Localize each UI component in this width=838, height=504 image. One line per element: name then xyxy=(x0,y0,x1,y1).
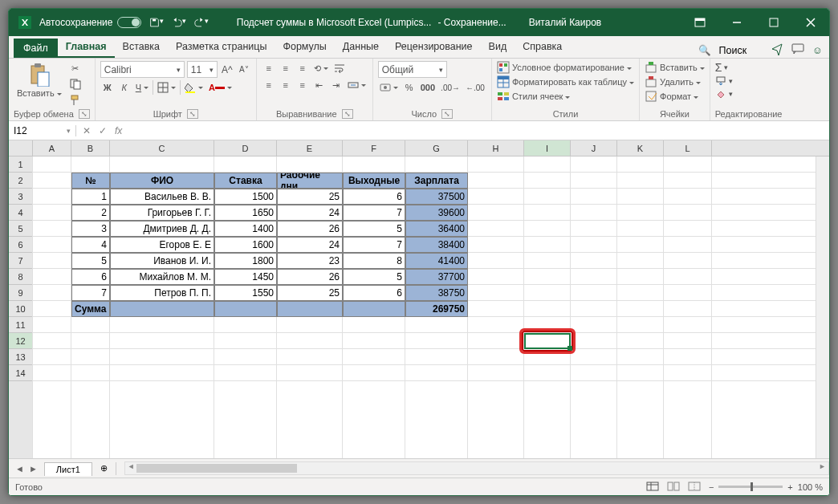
cell[interactable]: Егоров Е. Е xyxy=(110,237,214,253)
number-format-select[interactable]: Общий▾ xyxy=(378,61,447,78)
comments-icon[interactable] xyxy=(791,43,804,58)
cell[interactable]: 1400 xyxy=(214,221,277,237)
search-icon[interactable]: 🔍 xyxy=(698,44,711,56)
align-right-icon[interactable]: ≡ xyxy=(295,78,310,92)
tab-7[interactable]: Справка xyxy=(515,37,570,58)
font-size-select[interactable]: 11▾ xyxy=(187,61,218,78)
cell[interactable]: ФИО xyxy=(110,173,214,189)
cell[interactable]: Рабочие дни xyxy=(277,173,343,189)
cell[interactable]: 38750 xyxy=(405,285,468,301)
underline-icon[interactable]: Ч xyxy=(134,80,150,95)
bold-icon[interactable]: Ж xyxy=(100,80,115,95)
cell[interactable]: Выходные xyxy=(343,173,405,189)
row-header[interactable]: 5 xyxy=(9,221,33,237)
row-header[interactable]: 8 xyxy=(9,269,33,285)
undo-icon[interactable]: ▾ xyxy=(172,17,186,28)
cell[interactable]: Сумма xyxy=(71,301,110,317)
ribbon-display-icon[interactable] xyxy=(681,9,718,36)
increase-decimal-icon[interactable]: .00→ xyxy=(439,80,462,95)
align-middle-icon[interactable]: ≡ xyxy=(279,61,293,75)
font-color-icon[interactable]: А xyxy=(207,80,234,95)
tab-5[interactable]: Рецензирование xyxy=(387,37,481,58)
row-header[interactable]: 14 xyxy=(9,365,33,381)
tab-2[interactable]: Разметка страницы xyxy=(168,37,275,58)
row-header[interactable]: 4 xyxy=(9,205,33,221)
merge-icon[interactable] xyxy=(346,78,368,92)
delete-cells-button[interactable]: Удалить xyxy=(645,75,705,88)
cell[interactable] xyxy=(277,301,343,317)
cell[interactable]: 36400 xyxy=(405,221,468,237)
row-header[interactable]: 13 xyxy=(9,349,33,365)
maximize-icon[interactable] xyxy=(755,9,792,36)
cell[interactable]: 269750 xyxy=(405,301,468,317)
align-center-icon[interactable]: ≡ xyxy=(279,78,293,92)
row-header[interactable]: 2 xyxy=(9,173,33,189)
tab-file[interactable]: Файл xyxy=(14,39,58,58)
tab-6[interactable]: Вид xyxy=(481,37,515,58)
row-header[interactable]: 1 xyxy=(9,156,33,173)
autosum-button[interactable]: Σ ▾ xyxy=(715,61,733,74)
format-painter-icon[interactable] xyxy=(68,93,83,108)
zoom-in-icon[interactable]: + xyxy=(787,482,792,492)
cell[interactable]: Иванов И. И. xyxy=(110,253,214,269)
col-header[interactable]: G xyxy=(405,140,468,156)
tab-0[interactable]: Главная xyxy=(58,37,115,58)
select-all-corner[interactable] xyxy=(9,140,33,156)
view-normal-icon[interactable] xyxy=(646,482,659,493)
col-header[interactable]: D xyxy=(214,140,277,156)
cell[interactable]: 38400 xyxy=(405,237,468,253)
cell[interactable]: 37700 xyxy=(405,269,468,285)
cell[interactable] xyxy=(214,301,277,317)
name-box[interactable]: I12▾ xyxy=(9,125,76,136)
cell[interactable]: 37500 xyxy=(405,189,468,205)
zoom-slider[interactable] xyxy=(718,486,783,488)
cell[interactable]: 41400 xyxy=(405,253,468,269)
col-header[interactable]: A xyxy=(33,140,71,156)
col-header[interactable]: F xyxy=(343,140,405,156)
close-icon[interactable] xyxy=(792,9,829,36)
cell[interactable]: 6 xyxy=(71,269,110,285)
cell[interactable]: Григорьев Г. Г. xyxy=(110,205,214,221)
cell[interactable]: 6 xyxy=(343,189,405,205)
row-header[interactable]: 9 xyxy=(9,285,33,301)
enter-formula-icon[interactable]: ✓ xyxy=(99,125,107,136)
cell[interactable]: 1 xyxy=(71,189,110,205)
redo-icon[interactable]: ▾ xyxy=(194,17,209,28)
conditional-formatting-button[interactable]: Условное форматирование xyxy=(497,61,634,74)
col-header[interactable]: B xyxy=(71,140,110,156)
col-header[interactable]: C xyxy=(110,140,214,156)
cell[interactable]: 39600 xyxy=(405,205,468,221)
wrap-text-icon[interactable] xyxy=(332,61,347,75)
row-header[interactable]: 11 xyxy=(9,317,33,333)
cell[interactable]: 7 xyxy=(343,205,405,221)
cell[interactable]: 1650 xyxy=(214,205,277,221)
cell[interactable]: № xyxy=(71,173,110,189)
cell[interactable]: 26 xyxy=(277,221,343,237)
cell[interactable]: 23 xyxy=(277,253,343,269)
cell[interactable]: 8 xyxy=(343,253,405,269)
row-header[interactable]: 7 xyxy=(9,253,33,269)
vertical-scrollbar[interactable] xyxy=(816,156,829,458)
cell[interactable]: 1500 xyxy=(214,189,277,205)
shrink-font-icon[interactable]: A˅ xyxy=(237,63,251,77)
cell[interactable]: 5 xyxy=(343,221,405,237)
cell[interactable] xyxy=(343,301,405,317)
insert-cells-button[interactable]: Вставить xyxy=(645,61,705,74)
currency-icon[interactable] xyxy=(378,80,400,95)
format-as-table-button[interactable]: Форматировать как таблицу xyxy=(497,75,634,88)
col-header[interactable]: K xyxy=(617,140,664,156)
view-page-layout-icon[interactable] xyxy=(667,482,680,493)
view-page-break-icon[interactable] xyxy=(688,482,701,493)
row-header[interactable]: 10 xyxy=(9,301,33,317)
col-header[interactable]: E xyxy=(277,140,343,156)
tab-1[interactable]: Вставка xyxy=(115,37,168,58)
cell[interactable]: 25 xyxy=(277,285,343,301)
sheet-prev-icon[interactable]: ◄ xyxy=(15,464,24,474)
sheet-tab[interactable]: Лист1 xyxy=(44,462,92,476)
zoom-out-icon[interactable]: − xyxy=(709,482,714,492)
borders-icon[interactable] xyxy=(156,80,177,95)
cancel-formula-icon[interactable]: ✕ xyxy=(83,125,91,136)
cell[interactable]: 2 xyxy=(71,205,110,221)
clear-button[interactable]: ▾ xyxy=(715,88,733,100)
paste-button[interactable]: Вставить xyxy=(14,61,65,108)
